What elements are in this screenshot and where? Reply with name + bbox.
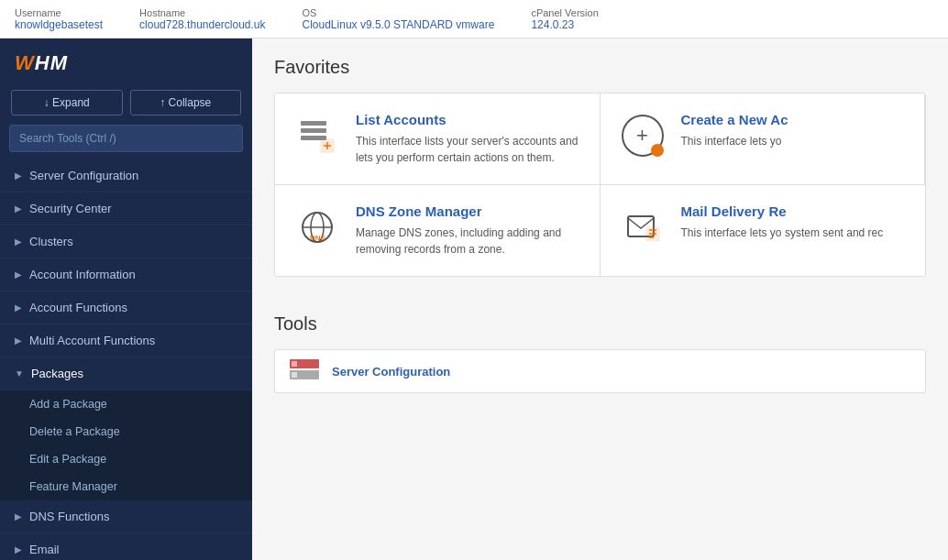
sidebar-item-label: Packages — [31, 367, 83, 380]
card-list-accounts[interactable]: List Accounts This interface lists your … — [275, 93, 601, 185]
cpanel-label: cPanel Version — [531, 7, 598, 18]
os-info: OS CloudLinux v9.5.0 STANDARD vmware — [303, 7, 495, 31]
os-value: CloudLinux v9.5.0 STANDARD vmware — [303, 18, 495, 31]
sidebar-item-dns-functions[interactable]: ▶ DNS Functions — [0, 500, 252, 533]
hostname-label: Hostname — [139, 7, 265, 18]
sidebar-item-label: Security Center — [29, 202, 112, 215]
search-box — [9, 125, 243, 152]
mail-delivery-title: Mail Delivery Re — [681, 203, 884, 219]
chevron-right-icon: ▶ — [15, 269, 22, 280]
list-accounts-desc: This interface lists your server's accou… — [356, 133, 581, 166]
dns-zone-title: DNS Zone Manager — [356, 203, 581, 219]
mail-delivery-icon — [619, 203, 667, 251]
expand-button[interactable]: ↓ Expand — [11, 90, 123, 115]
create-account-title: Create a New Ac — [681, 112, 788, 127]
username-value: knowldgebasetest — [15, 18, 103, 31]
sidebar: WHM ↓ Expand ↑ Collapse ▶ Server Configu… — [0, 38, 252, 560]
create-account-icon: + — [619, 112, 667, 159]
subitem-feature-manager[interactable]: Feature Manager — [0, 473, 252, 500]
sidebar-item-label: Account Functions — [29, 301, 127, 314]
list-accounts-icon — [293, 112, 341, 159]
sidebar-item-account-information[interactable]: ▶ Account Information — [0, 258, 252, 291]
mail-delivery-text: Mail Delivery Re This interface lets yo … — [681, 203, 884, 241]
tools-section: Tools Server Configuration — [252, 295, 948, 412]
chevron-right-icon: ▶ — [15, 236, 22, 247]
tool-server-configuration[interactable]: Server Configuration — [274, 349, 926, 393]
svg-rect-18 — [292, 372, 297, 378]
sidebar-item-account-functions[interactable]: ▶ Account Functions — [0, 291, 252, 324]
sidebar-item-clusters[interactable]: ▶ Clusters — [0, 225, 252, 258]
sidebar-item-label: Email — [29, 543, 60, 556]
dns-zone-desc: Manage DNS zones, including adding and r… — [356, 225, 581, 258]
chevron-down-icon: ▼ — [15, 368, 24, 379]
dns-zone-icon: DNS — [293, 203, 341, 251]
create-account-text: Create a New Ac This interface lets yo — [681, 112, 788, 149]
create-account-desc: This interface lets yo — [681, 133, 788, 149]
collapse-button[interactable]: ↑ Collapse — [130, 90, 242, 115]
whm-logo: WHM — [15, 51, 237, 75]
svg-rect-0 — [301, 121, 326, 126]
subitem-add-package[interactable]: Add a Package — [0, 390, 252, 418]
hostname-info: Hostname cloud728.thundercloud.uk — [139, 7, 265, 31]
server-configuration-tool-label: Server Configuration — [332, 365, 450, 379]
chevron-right-icon: ▶ — [15, 203, 22, 214]
content-area: Favorites Li — [252, 38, 948, 560]
sidebar-item-label: Account Information — [29, 268, 136, 281]
sidebar-item-label: DNS Functions — [29, 510, 109, 523]
subitem-edit-package[interactable]: Edit a Package — [0, 445, 252, 473]
cpanel-info: cPanel Version 124.0.23 — [531, 7, 598, 31]
chevron-right-icon: ▶ — [15, 170, 22, 181]
chevron-right-icon: ▶ — [15, 335, 22, 346]
server-config-tool-icon — [290, 359, 319, 383]
os-label: OS — [303, 7, 495, 18]
chevron-right-icon: ▶ — [15, 302, 22, 313]
sidebar-item-label: Clusters — [29, 235, 73, 248]
list-accounts-text: List Accounts This interface lists your … — [356, 112, 581, 166]
sidebar-buttons: ↓ Expand ↑ Collapse — [0, 84, 252, 125]
chevron-right-icon: ▶ — [15, 544, 22, 555]
sidebar-logo: WHM — [0, 38, 252, 84]
dns-zone-text: DNS Zone Manager Manage DNS zones, inclu… — [356, 203, 581, 258]
packages-submenu: Add a Package Delete a Package Edit a Pa… — [0, 390, 252, 500]
sidebar-item-packages[interactable]: ▼ Packages — [0, 357, 252, 390]
tools-title: Tools — [274, 313, 926, 335]
chevron-right-icon: ▶ — [15, 511, 22, 522]
svg-rect-1 — [301, 128, 326, 133]
sidebar-item-email[interactable]: ▶ Email — [0, 533, 252, 560]
card-create-account[interactable]: + Create a New Ac This interface lets yo — [601, 93, 926, 185]
sidebar-item-security-center[interactable]: ▶ Security Center — [0, 192, 252, 225]
username-info: Username knowldgebasetest — [15, 7, 103, 31]
svg-rect-17 — [292, 361, 297, 367]
svg-text:DNS: DNS — [310, 234, 326, 242]
favorites-title: Favorites — [274, 57, 926, 78]
cpanel-value: 124.0.23 — [531, 18, 598, 31]
search-input[interactable] — [9, 125, 243, 152]
sidebar-item-multi-account-functions[interactable]: ▶ Multi Account Functions — [0, 324, 252, 357]
card-mail-delivery[interactable]: Mail Delivery Re This interface lets yo … — [601, 185, 926, 276]
top-bar: Username knowldgebasetest Hostname cloud… — [0, 0, 948, 38]
sidebar-item-label: Multi Account Functions — [29, 334, 155, 347]
hostname-value: cloud728.thundercloud.uk — [139, 18, 265, 31]
sidebar-item-server-configuration[interactable]: ▶ Server Configuration — [0, 159, 252, 192]
card-dns-zone-manager[interactable]: DNS DNS Zone Manager Manage DNS zones, i… — [275, 185, 601, 276]
list-accounts-title: List Accounts — [356, 112, 581, 127]
subitem-delete-package[interactable]: Delete a Package — [0, 418, 252, 445]
sidebar-item-label: Server Configuration — [29, 169, 138, 182]
favorites-section: Favorites Li — [252, 38, 948, 295]
main-layout: WHM ↓ Expand ↑ Collapse ▶ Server Configu… — [0, 38, 948, 560]
username-label: Username — [15, 7, 103, 18]
mail-delivery-desc: This interface lets yo system sent and r… — [681, 225, 884, 241]
